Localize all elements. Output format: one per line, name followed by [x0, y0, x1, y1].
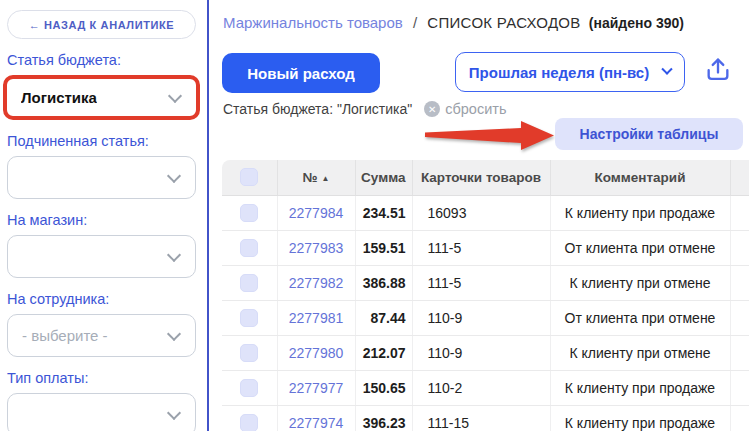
table-row: 2277983159.51111-5От клиента при отмене [222, 230, 749, 265]
table-body: 2277984234.5116093К клиенту при продаже2… [222, 195, 749, 431]
cell-comment: К клиенту при отмене [550, 335, 730, 370]
cell-number-link[interactable]: 2277982 [277, 265, 355, 300]
filter-group-store: На магазин: [7, 212, 195, 278]
expenses-table: №▲СуммаКарточки товаровКомментарий 22779… [222, 160, 749, 431]
column-header-checkbox [222, 160, 277, 195]
cell-extra [730, 370, 749, 405]
row-checkbox[interactable] [240, 414, 258, 431]
row-checkbox[interactable] [240, 379, 258, 397]
table-row: 2277974396.23111-15К клиенту при продаже [222, 405, 749, 431]
sidebar-filters: Статья бюджета:ЛогистикаПодчиненная стат… [7, 52, 195, 431]
upload-icon [704, 54, 732, 84]
cell-sum: 159.51 [355, 230, 412, 265]
cell-checkbox [222, 335, 277, 370]
cell-extra [730, 300, 749, 335]
table-row: 2277982386.88111-5К клиенту при отмене [222, 265, 749, 300]
cell-comment: От клиента при отмене [550, 230, 730, 265]
period-dropdown-button[interactable]: Прошлая неделя (пн-вс) [455, 52, 685, 92]
chevron-down-icon [167, 405, 181, 419]
row-checkbox[interactable] [240, 344, 258, 362]
breadcrumb-link-margin[interactable]: Маржинальность товаров [223, 14, 403, 31]
select-value-budget-item: Логистика [21, 89, 97, 106]
back-to-analytics-button[interactable]: ← НАЗАД К АНАЛИТИКЕ [7, 10, 196, 39]
filter-select-employee[interactable]: - выберите - [7, 314, 196, 357]
row-checkbox[interactable] [240, 309, 258, 327]
cell-number-link[interactable]: 2277981 [277, 300, 355, 335]
main-content: Маржинальность товаров / СПИСОК РАСХОДОВ… [209, 0, 749, 431]
filter-select-sub-item[interactable] [7, 156, 196, 199]
cell-sum: 212.07 [355, 335, 412, 370]
export-button[interactable] [703, 54, 733, 86]
select-value-employee: - выберите - [22, 327, 108, 344]
row-checkbox[interactable] [240, 274, 258, 292]
breadcrumb: Маржинальность товаров / СПИСОК РАСХОДОВ… [223, 14, 684, 31]
table-row: 2277984234.5116093К клиенту при продаже [222, 195, 749, 230]
cell-cards: 110-9 [412, 335, 550, 370]
filter-select-budget-item[interactable]: Логистика [3, 75, 200, 120]
new-expense-button[interactable]: Новый расход [222, 53, 380, 93]
cell-extra [730, 335, 749, 370]
cell-checkbox [222, 230, 277, 265]
filter-group-employee: На сотрудника:- выберите - [7, 291, 195, 357]
active-filter-text: Статья бюджета: "Логистика" [223, 101, 412, 117]
cell-number-link[interactable]: 2277980 [277, 335, 355, 370]
results-count: (найдено 390) [589, 15, 684, 31]
filters-sidebar: ← НАЗАД К АНАЛИТИКЕ Статья бюджета:Логис… [0, 0, 209, 431]
cell-comment: От клиента при отмене [550, 300, 730, 335]
chevron-down-icon [167, 247, 181, 261]
cell-comment: К клиенту при продаже [550, 370, 730, 405]
column-label-sum: Сумма [361, 170, 405, 185]
chevron-down-icon [167, 168, 181, 182]
cell-comment: К клиенту при отмене [550, 265, 730, 300]
column-label-comment: Комментарий [595, 170, 686, 185]
cell-number-link[interactable]: 2277984 [277, 195, 355, 230]
table-row: 227798187.44110-9От клиента при отмене [222, 300, 749, 335]
column-label-number: № [303, 170, 318, 185]
chevron-down-icon [662, 64, 673, 75]
filter-group-budget-item: Статья бюджета:Логистика [7, 52, 195, 120]
row-checkbox[interactable] [240, 239, 258, 257]
filter-select-payment-type[interactable] [7, 393, 196, 431]
sort-asc-icon: ▲ [322, 174, 330, 183]
red-arrow-annotation [425, 118, 555, 153]
cell-cards: 110-9 [412, 300, 550, 335]
active-filter-chip: Статья бюджета: "Логистика" ✕ сбросить [223, 101, 506, 117]
cell-cards: 111-15 [412, 405, 550, 431]
cell-number-link[interactable]: 2277974 [277, 405, 355, 431]
cell-sum: 87.44 [355, 300, 412, 335]
filter-group-sub-item: Подчиненная статья: [7, 133, 195, 199]
filter-label-store: На магазин: [7, 212, 195, 228]
filter-select-store[interactable] [7, 235, 196, 278]
cell-sum: 234.51 [355, 195, 412, 230]
x-circle-icon[interactable]: ✕ [424, 101, 440, 117]
cell-sum: 150.65 [355, 370, 412, 405]
cell-checkbox [222, 405, 277, 431]
cell-comment: К клиенту при продаже [550, 195, 730, 230]
column-header-comment[interactable]: Комментарий [550, 160, 730, 195]
cell-cards: 16093 [412, 195, 550, 230]
column-label-cards: Карточки товаров [421, 170, 541, 185]
filter-label-payment-type: Тип оплаты: [7, 370, 195, 386]
filter-label-employee: На сотрудника: [7, 291, 195, 307]
row-checkbox[interactable] [240, 204, 258, 222]
filter-label-sub-item: Подчиненная статья: [7, 133, 195, 149]
cell-sum: 386.88 [355, 265, 412, 300]
column-header-sum[interactable]: Сумма [355, 160, 412, 195]
column-header-extra [730, 160, 749, 195]
cell-cards: 110-2 [412, 370, 550, 405]
column-header-cards[interactable]: Карточки товаров [412, 160, 550, 195]
cell-number-link[interactable]: 2277977 [277, 370, 355, 405]
table-header-row: №▲СуммаКарточки товаровКомментарий [222, 160, 749, 195]
period-dropdown-label: Прошлая неделя (пн-вс) [469, 64, 649, 81]
cell-extra [730, 230, 749, 265]
cell-extra [730, 405, 749, 431]
table-settings-button[interactable]: Настройки таблицы [555, 118, 743, 150]
cell-checkbox [222, 300, 277, 335]
cell-number-link[interactable]: 2277983 [277, 230, 355, 265]
chevron-down-icon [168, 88, 182, 102]
chevron-down-icon [167, 326, 181, 340]
column-header-number[interactable]: №▲ [277, 160, 355, 195]
header-checkbox[interactable] [240, 168, 258, 186]
clear-filter-link[interactable]: сбросить [445, 101, 506, 117]
cell-comment: К клиенту при продаже [550, 405, 730, 431]
